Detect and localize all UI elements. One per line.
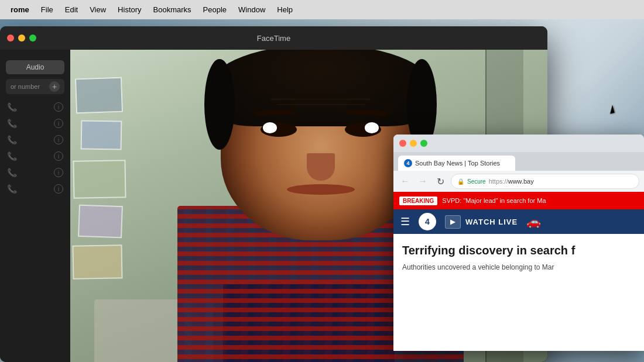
maximize-button[interactable] <box>29 35 36 42</box>
phone-icon-5: 📞 <box>7 168 17 177</box>
chrome-maximize-button[interactable] <box>420 140 427 147</box>
chrome-address-bar: ← → ↻ 🔒 Secure https://www.bay <box>393 171 644 192</box>
news-headline[interactable]: Terrifying discovery in search f <box>402 243 635 258</box>
info-icon-4[interactable]: i <box>54 151 63 161</box>
chrome-window: 4 South Bay News | Top Stories ← → ↻ 🔒 S… <box>393 135 644 351</box>
news-nav-bar: ☰ 4 ▶ WATCH LIVE 🚗 <box>393 209 644 234</box>
info-icon-5[interactable]: i <box>54 168 63 177</box>
contact-row-2[interactable]: 📞 i <box>0 115 70 132</box>
contact-row-1[interactable]: 📞 i <box>0 99 70 115</box>
menu-history[interactable]: History <box>112 3 147 16</box>
breaking-badge: BREAKING <box>399 196 437 205</box>
tab-title: South Bay News | Top Stories <box>415 160 500 167</box>
chrome-close-button[interactable] <box>399 140 406 147</box>
menu-help[interactable]: Help <box>271 3 299 16</box>
contact-row-3[interactable]: 📞 i <box>0 132 70 148</box>
head <box>221 59 421 240</box>
info-icon-6[interactable]: i <box>54 184 63 194</box>
forward-button[interactable]: → <box>416 174 430 188</box>
info-icon-2[interactable]: i <box>54 119 63 128</box>
contact-row-6[interactable]: 📞 i <box>0 181 70 197</box>
back-button[interactable]: ← <box>398 174 412 188</box>
active-tab[interactable]: 4 South Bay News | Top Stories <box>398 156 515 171</box>
url-text: https://www.bay <box>489 178 534 185</box>
menu-window[interactable]: Window <box>232 3 271 16</box>
news-subtext: Authorities uncovered a vehicle belongin… <box>402 263 635 273</box>
channel-4-logo[interactable]: 4 <box>419 213 436 230</box>
menu-edit[interactable]: Edit <box>59 3 84 16</box>
chrome-tab-bar: 4 South Bay News | Top Stories <box>393 152 644 171</box>
chrome-titlebar <box>393 135 644 152</box>
facetime-window-controls <box>7 35 36 42</box>
watch-live-button[interactable]: ▶ WATCH LIVE <box>445 215 518 229</box>
menu-file[interactable]: File <box>35 3 59 16</box>
menu-people[interactable]: People <box>197 3 232 16</box>
watch-live-label: WATCH LIVE <box>465 218 518 226</box>
url-bar[interactable]: 🔒 Secure https://www.bay <box>451 174 639 189</box>
traffic-icon: 🚗 <box>526 215 541 229</box>
play-icon: ▶ <box>445 215 461 229</box>
breaking-news-text: SVPD: "Major lead" in search for Ma <box>442 197 546 204</box>
menu-bar: rome File Edit View History Bookmarks Pe… <box>0 0 644 19</box>
contact-row-5[interactable]: 📞 i <box>0 164 70 181</box>
info-icon-1[interactable]: i <box>54 102 63 112</box>
phone-icon-4: 📞 <box>7 151 17 161</box>
secure-badge: Secure <box>467 178 486 185</box>
cursor-arrow-icon <box>608 105 614 114</box>
contact-row-4[interactable]: 📞 i <box>0 148 70 164</box>
facetime-titlebar: FaceTime <box>0 26 547 50</box>
phone-icon-6: 📞 <box>7 184 17 194</box>
search-bar[interactable]: or number + <box>6 79 64 94</box>
menu-app[interactable]: rome <box>5 3 35 16</box>
hamburger-menu-icon[interactable]: ☰ <box>400 215 410 228</box>
reload-button[interactable]: ↻ <box>433 174 447 188</box>
menu-view[interactable]: View <box>84 3 112 16</box>
mouse-cursor <box>609 105 621 119</box>
facetime-sidebar: Audio or number + 📞 i 📞 i 📞 i 📞 i 📞 i 📞 <box>0 50 70 362</box>
tab-favicon: 4 <box>404 159 412 167</box>
facetime-title: FaceTime <box>257 34 290 43</box>
audio-button[interactable]: Audio <box>6 60 64 74</box>
close-button[interactable] <box>7 35 14 42</box>
info-icon-3[interactable]: i <box>54 135 63 144</box>
menu-bookmarks[interactable]: Bookmarks <box>148 3 197 16</box>
chrome-minimize-button[interactable] <box>410 140 417 147</box>
phone-icon-1: 📞 <box>7 102 17 112</box>
news-content-area: Terrifying discovery in search f Authori… <box>393 234 644 351</box>
phone-icon-2: 📞 <box>7 119 17 128</box>
search-placeholder: or number <box>11 83 40 90</box>
breaking-news-bar: BREAKING SVPD: "Major lead" in search fo… <box>393 192 644 209</box>
lock-icon: 🔒 <box>457 178 464 185</box>
add-contact-button[interactable]: + <box>49 81 60 92</box>
phone-icon-3: 📞 <box>7 135 17 144</box>
minimize-button[interactable] <box>18 35 25 42</box>
